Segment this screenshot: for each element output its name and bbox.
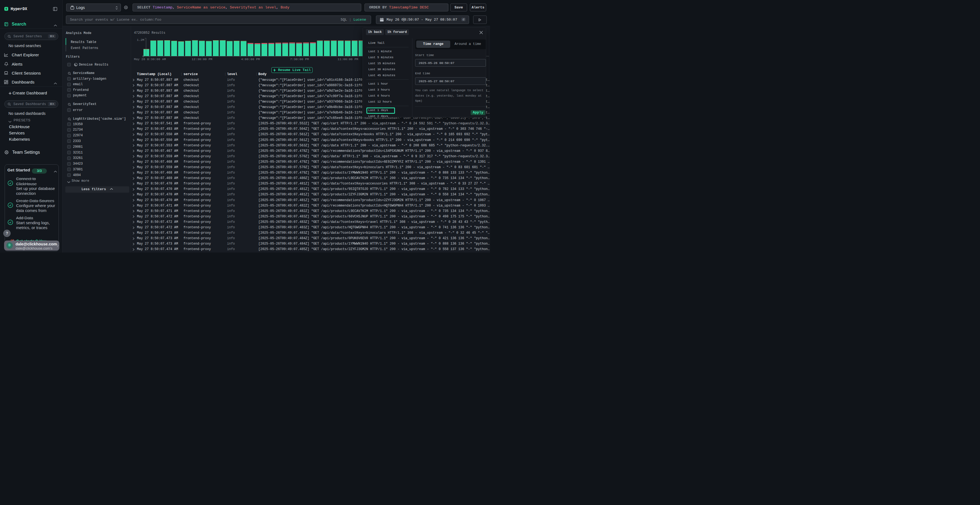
svg-text:12:30:00 PM: 12:30:00 PM — [192, 57, 212, 61]
svg-text:May 26 8:30:00 AM: May 26 8:30:00 AM — [134, 57, 166, 61]
svg-text:1.2M: 1.2M — [137, 38, 144, 41]
svg-text:4:00:00 PM: 4:00:00 PM — [241, 57, 260, 61]
svg-text:11:00:00 PM: 11:00:00 PM — [337, 57, 358, 61]
svg-text:7:30:00 PM: 7:30:00 PM — [290, 57, 309, 61]
